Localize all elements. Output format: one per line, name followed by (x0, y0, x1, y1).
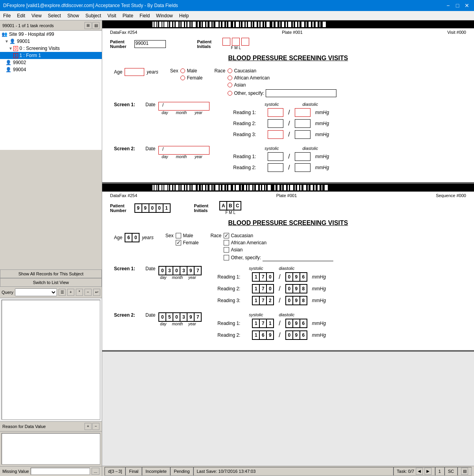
race-caucasian-2[interactable]: ✓ Caucasian (224, 233, 333, 238)
sex-label-1: Sex (170, 68, 178, 74)
reason-add-btn[interactable]: + (85, 423, 92, 430)
race-african-cb-2[interactable] (224, 240, 229, 245)
minimize-button[interactable]: − (444, 2, 452, 9)
r1-s1-2: Reading 1: 1 7 0 / 0 9 (217, 272, 462, 282)
sex-female-option-1[interactable]: Female (180, 75, 202, 81)
query-star-btn[interactable]: * (76, 289, 83, 296)
query-undo-btn[interactable]: ↩ (93, 289, 100, 296)
initial-m[interactable] (232, 38, 240, 46)
menu-edit[interactable]: Edit (14, 11, 28, 20)
menu-field[interactable]: Field (136, 11, 153, 20)
task-icon-2[interactable]: ▤ (92, 22, 99, 29)
tree-subject-99004[interactable]: 👤 99004 (0, 66, 102, 73)
task-icon-1[interactable]: ⊞ (85, 22, 92, 29)
race-asian-cb-2[interactable] (224, 247, 229, 253)
date-box-s2-1[interactable]: / (158, 146, 209, 155)
sex-female-2[interactable]: ✓ Female (176, 240, 198, 245)
menu-plate[interactable]: Plate (119, 11, 136, 20)
sex-female-cb-2[interactable]: ✓ (176, 240, 181, 245)
race-african-2[interactable]: African American (224, 240, 333, 245)
forms-container[interactable]: DataFax #254 Plate #001 Visit #000 Patie… (102, 20, 474, 466)
initial-f[interactable] (222, 38, 230, 46)
tree-folder-screening[interactable]: ▾ 0 0 : Screening Visits (0, 45, 102, 52)
race-asian-1[interactable]: Asian (228, 82, 336, 88)
sex-male-radio-1[interactable] (180, 68, 185, 73)
reading1-row-s2-1: Reading 1: / mmHg (233, 152, 462, 161)
reason-minus-btn[interactable]: − (92, 423, 99, 430)
missing-value-input[interactable] (31, 468, 90, 475)
menu-view[interactable]: View (28, 11, 45, 20)
menu-window[interactable]: Window (153, 11, 176, 20)
mmhg-r2-s2-1: mmHg (315, 165, 329, 170)
sex-male-cb-2[interactable] (176, 233, 181, 238)
race-asian-radio-1[interactable] (228, 83, 232, 87)
sys-r2-s2-1[interactable] (268, 163, 283, 172)
svg-rect-85 (236, 185, 239, 190)
sex-female-radio-1[interactable] (180, 76, 185, 80)
sys-r1-s2-1[interactable] (268, 152, 283, 161)
reason-text-area[interactable] (2, 433, 100, 465)
subject-icon: 👤 (9, 39, 15, 44)
patient-number-input-1[interactable]: 99001 (134, 40, 166, 48)
tree-subject-99002[interactable]: 👤 99002 (0, 59, 102, 66)
missing-value-btn[interactable]: ... (92, 468, 99, 475)
race-african-1[interactable]: African American (228, 75, 336, 81)
svg-rect-36 (258, 22, 259, 27)
race-asian-2[interactable]: Asian (224, 247, 333, 253)
extra-btn[interactable]: ▤ (461, 468, 468, 475)
query-select[interactable] (15, 288, 57, 296)
sys-r2-s1-1[interactable] (268, 119, 283, 128)
dia-r2-s2-1[interactable] (295, 163, 310, 172)
readings-col-s2-1: systolic diastolic Reading 1: / mmHg (233, 146, 462, 174)
race-other-input-2[interactable] (263, 254, 333, 261)
menu-select[interactable]: Select (45, 11, 64, 20)
dia-r1-s1-1[interactable] (295, 108, 310, 117)
sex-male-2[interactable]: Male (176, 233, 198, 238)
race-caucasian-1[interactable]: Caucasian (228, 68, 336, 74)
mmhg-r2-s2-2: mmHg (312, 332, 326, 338)
race-african-radio-1[interactable] (228, 76, 232, 80)
race-other-cb-2[interactable] (224, 255, 229, 260)
close-button[interactable]: ✕ (463, 2, 471, 9)
switch-to-list-view-button[interactable]: Switch to List View (0, 278, 102, 287)
maximize-button[interactable]: □ (454, 2, 461, 9)
sys-r1-s1-1[interactable] (268, 108, 283, 117)
tree-site[interactable]: 👥 Site 99 - Hospital #99 (0, 31, 102, 38)
dia-r3-s1-1[interactable] (295, 130, 310, 139)
race-other-1[interactable]: Other, specify: (228, 89, 336, 97)
svg-rect-48 (298, 22, 299, 27)
race-caucasian-cb-2[interactable]: ✓ (224, 233, 229, 238)
race-other-2[interactable]: Other, specify: (224, 254, 333, 261)
race-other-input-1[interactable] (266, 89, 336, 97)
age-input-1[interactable] (125, 68, 144, 76)
menu-subject[interactable]: Subject (82, 11, 104, 20)
task-prev-btn[interactable]: ◀ (416, 468, 423, 475)
initials-boxes-1: F M L (222, 38, 249, 50)
date-box-s1-1[interactable]: / (158, 102, 209, 111)
task-segment: Task: 0/7 ◀ ▶ (393, 467, 435, 476)
sex-male-option-1[interactable]: Male (180, 68, 202, 74)
dia-r1-s2-1[interactable] (295, 152, 310, 161)
menu-help[interactable]: Help (176, 11, 192, 20)
svg-rect-60 (159, 185, 162, 190)
initial-l[interactable] (241, 38, 249, 46)
race-other-radio-1[interactable] (228, 91, 232, 96)
nav-label: d[3→3] (108, 469, 122, 474)
menu-show[interactable]: Show (64, 11, 82, 20)
tree-form-1[interactable]: 1 1 : Form 1 (0, 52, 102, 59)
menu-file[interactable]: File (0, 11, 14, 20)
window-controls: − □ ✕ (444, 2, 471, 9)
initial-b: B (227, 201, 234, 210)
menu-visit[interactable]: Visit (104, 11, 119, 20)
sys-r3-s1-1[interactable] (268, 130, 283, 139)
task-next-btn[interactable]: ▶ (424, 468, 432, 475)
query-minus-btn[interactable]: − (85, 289, 92, 296)
show-all-records-button[interactable]: Show All Records for This Subject (0, 269, 102, 278)
query-add-btn[interactable]: + (67, 289, 74, 296)
query-text-area[interactable] (2, 300, 100, 420)
query-list-btn[interactable]: ☰ (59, 289, 66, 296)
tree-subject-99001[interactable]: ▾ 👤 99001 (0, 38, 102, 45)
race-caucasian-radio-1[interactable] (228, 68, 232, 73)
dia-r2-s1-1[interactable] (295, 119, 310, 128)
tree-area[interactable]: 👥 Site 99 - Hospital #99 ▾ 👤 99001 ▾ 0 0… (0, 31, 102, 150)
